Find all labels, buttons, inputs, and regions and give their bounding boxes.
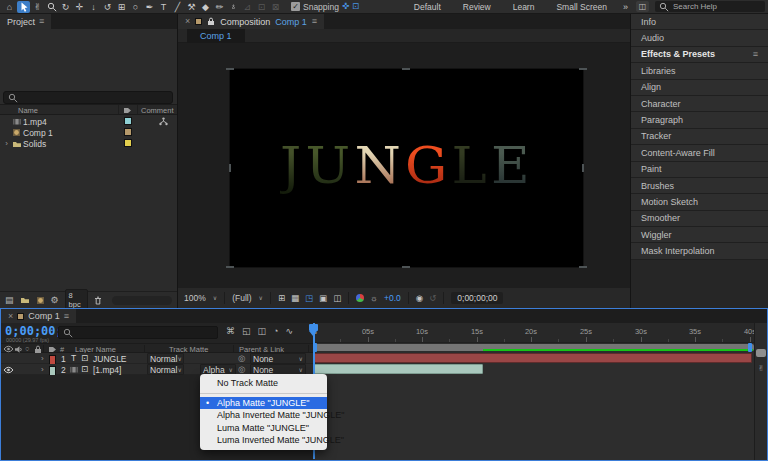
workspace-review[interactable]: Review: [452, 2, 502, 12]
label-icon[interactable]: [123, 106, 132, 115]
panel-tab-paint[interactable]: Paint: [631, 162, 768, 178]
motion-blur-icon[interactable]: ◔: [273, 327, 278, 336]
comp-marker-bin[interactable]: [756, 349, 766, 357]
eraser-tool-icon[interactable]: ◆: [199, 1, 212, 13]
panel-tab-info[interactable]: Info: [631, 14, 768, 30]
panel-menu-icon[interactable]: ≡: [64, 312, 69, 321]
selection-tool-icon[interactable]: [17, 1, 30, 13]
twirl-icon[interactable]: ›: [41, 353, 44, 364]
panel-tab-motion-sketch[interactable]: Motion Sketch: [631, 194, 768, 210]
lock-icon[interactable]: [207, 17, 215, 26]
panel-tab-audio[interactable]: Audio: [631, 30, 768, 46]
pixel-aspect-icon[interactable]: ◫: [333, 294, 341, 303]
resolution-select[interactable]: (Full) ∨: [232, 293, 263, 303]
preview-timecode[interactable]: 0;00;00;00: [451, 292, 503, 304]
roi-icon[interactable]: ◳: [305, 294, 313, 303]
layer-bar-1mp4[interactable]: [313, 364, 483, 374]
label-color-chip[interactable]: [124, 139, 132, 147]
grid-guides-icon[interactable]: ⊞: [278, 294, 285, 303]
panel-menu-icon[interactable]: ≡: [753, 50, 758, 59]
twirl-icon[interactable]: ›: [3, 140, 10, 148]
layer-bar-jungle[interactable]: [313, 353, 752, 363]
clone-stamp-icon[interactable]: ⚒: [185, 1, 198, 13]
panel-tab-align[interactable]: Align: [631, 80, 768, 96]
snap-feature-icon[interactable]: ⊡: [352, 2, 359, 11]
brush-tool-icon[interactable]: ╱: [171, 1, 184, 13]
viewer-tab-comp1[interactable]: Comp 1: [187, 29, 245, 43]
trash-icon[interactable]: [94, 296, 102, 305]
interpret-footage-icon[interactable]: ▤: [5, 296, 14, 305]
time-ruler[interactable]: 0s05s10s15s20s25s30s35s40s: [313, 323, 754, 343]
orbit-camera-icon[interactable]: ↻: [59, 1, 72, 13]
panel-tab-effects-presets[interactable]: Effects & Presets≡: [631, 47, 768, 63]
snapping-checkbox[interactable]: ✓: [291, 2, 300, 11]
matte-option-alpha-matte-jungle[interactable]: •Alpha Matte "JUNGLE": [200, 397, 327, 410]
shape-tool-icon[interactable]: ○: [129, 1, 142, 13]
type-tool-icon[interactable]: T: [157, 1, 170, 13]
panel-tab-mask-interpolation[interactable]: Mask Interpolation: [631, 243, 768, 259]
snapshot-icon[interactable]: ◉: [416, 294, 423, 303]
column-comment[interactable]: Comment: [141, 106, 174, 115]
tab-composition[interactable]: × Composition Comp 1 ≡: [178, 14, 324, 29]
layer-row-jungle[interactable]: › 1 T ⊡ JUNGLE Normal ∨ ◎ None ∨: [1, 353, 313, 364]
project-item-comp-1[interactable]: Comp 1: [0, 127, 177, 138]
panel-menu-icon[interactable]: ≡: [39, 17, 44, 26]
channels-icon[interactable]: [356, 294, 364, 302]
eye-icon[interactable]: [3, 364, 14, 375]
matte-option-luma-matte-jungle[interactable]: Luma Matte "JUNGLE": [200, 422, 327, 435]
magnification-select[interactable]: 100% ∨: [184, 293, 217, 303]
puppet-pin-icon[interactable]: ♀: [227, 1, 240, 13]
workspace-default[interactable]: Default: [403, 2, 452, 12]
mask-toggle-icon[interactable]: ▣: [319, 294, 327, 303]
transparency-grid-icon[interactable]: ▦: [291, 294, 299, 303]
show-snapshot-icon[interactable]: ↺: [429, 294, 436, 303]
frame-blend-icon[interactable]: ◫: [258, 327, 267, 336]
panel-tab-smoother[interactable]: Smoother: [631, 211, 768, 227]
help-search[interactable]: Search Help: [655, 1, 765, 12]
axis-world-icon[interactable]: ⊡: [255, 1, 268, 13]
work-area-end-handle[interactable]: [748, 343, 752, 352]
home-icon[interactable]: ⌂: [3, 1, 16, 13]
hand-tool-icon[interactable]: ✌: [31, 1, 44, 13]
timeline-search-input[interactable]: [58, 326, 218, 339]
workspace-bar-icon[interactable]: ◫: [636, 1, 649, 12]
label-color-chip[interactable]: [124, 117, 132, 125]
parent-select-1[interactable]: None ∨: [250, 353, 306, 364]
panel-tab-character[interactable]: Character: [631, 96, 768, 112]
tab-project[interactable]: Project ≡: [0, 14, 51, 29]
project-item-1-mp4[interactable]: 1.mp4: [0, 116, 177, 127]
playhead[interactable]: [309, 324, 318, 331]
close-icon[interactable]: ×: [185, 17, 190, 26]
twirl-icon[interactable]: ›: [41, 364, 44, 375]
snap-edge-icon[interactable]: ✜: [342, 2, 349, 11]
panel-tab-libraries[interactable]: Libraries: [631, 63, 768, 79]
panel-menu-icon[interactable]: ≡: [312, 17, 317, 26]
matte-option-luma-inverted-matte-jungle[interactable]: Luma Inverted Matte "JUNGLE": [200, 434, 327, 447]
panel-tab-paragraph[interactable]: Paragraph: [631, 112, 768, 128]
blend-mode-select-1[interactable]: Normal ∨: [147, 353, 184, 364]
timeline-track-area[interactable]: 0s05s10s15s20s25s30s35s40s: [313, 323, 754, 460]
matte-option-no-track-matte[interactable]: No Track Matte: [200, 377, 327, 390]
panel-tab-content-aware-fill[interactable]: Content-Aware Fill: [631, 145, 768, 161]
eye-icon[interactable]: [3, 345, 14, 353]
workspace-overflow[interactable]: »: [618, 2, 633, 12]
dolly-camera-icon[interactable]: ↓: [87, 1, 100, 13]
work-area[interactable]: [313, 343, 754, 352]
pan-camera-icon[interactable]: ✛: [73, 1, 86, 13]
panel-tab-wiggler[interactable]: Wiggler: [631, 227, 768, 243]
solo-icon[interactable]: ○: [25, 345, 30, 353]
new-composition-icon[interactable]: [36, 296, 45, 305]
roto-brush-icon[interactable]: ✏: [213, 1, 226, 13]
workspace-learn[interactable]: Learn: [502, 2, 546, 12]
tab-timeline-comp1[interactable]: × Comp 1 ≡: [1, 309, 76, 323]
panel-tab-tracker[interactable]: Tracker: [631, 129, 768, 145]
axis-local-icon[interactable]: ⊿: [241, 1, 254, 13]
panel-tab-brushes[interactable]: Brushes: [631, 178, 768, 194]
new-folder-icon[interactable]: [20, 296, 30, 304]
draft-3d-icon[interactable]: ◱: [242, 327, 251, 336]
project-search-input[interactable]: [3, 91, 173, 104]
matte-option-alpha-inverted-matte-jungle[interactable]: Alpha Inverted Matte "JUNGLE": [200, 409, 327, 422]
close-icon[interactable]: ×: [8, 312, 13, 321]
column-name[interactable]: Name: [18, 106, 38, 115]
exposure-icon[interactable]: ☼: [370, 294, 378, 303]
